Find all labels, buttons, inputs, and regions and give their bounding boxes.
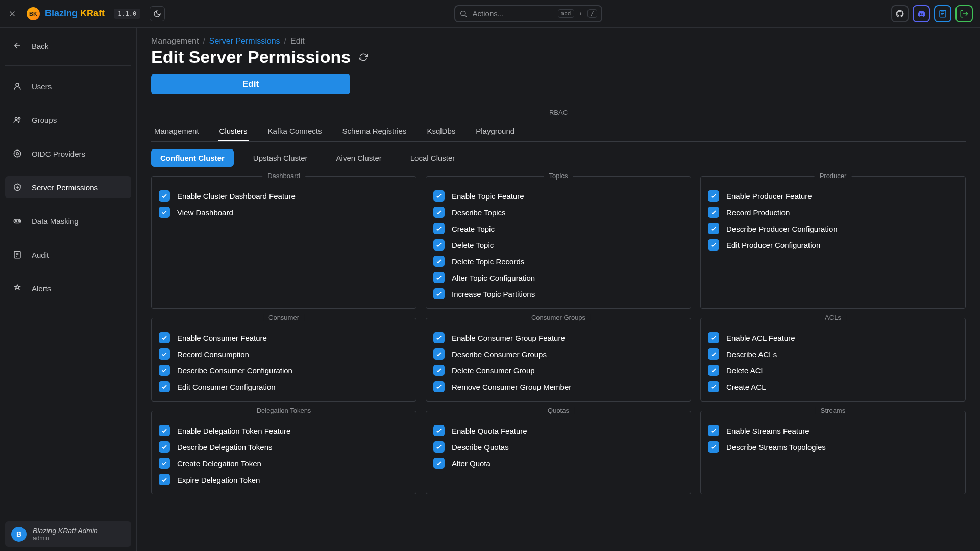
tab-clusters[interactable]: Clusters (218, 121, 249, 141)
sidebar-item-data-masking[interactable]: Data Masking (5, 210, 131, 232)
checkbox[interactable] (433, 365, 445, 376)
svg-point-2 (16, 83, 19, 86)
sidebar-item-alerts[interactable]: Alerts (5, 277, 131, 299)
breadcrumb-management[interactable]: Management (151, 37, 199, 46)
tab-ksqldbs[interactable]: KsqlDbs (426, 121, 456, 141)
checkbox[interactable] (159, 458, 170, 469)
permission-row: Increase Topic Partitions (433, 286, 683, 302)
search-input[interactable]: Actions... mod + / (454, 5, 602, 22)
subtab-local-cluster[interactable]: Local Cluster (401, 149, 464, 167)
permission-row: Enable Consumer Feature (159, 330, 409, 346)
checkbox[interactable] (433, 207, 445, 218)
rbac-header: RBAC (151, 109, 966, 116)
edit-button[interactable]: Edit (151, 74, 350, 94)
checkbox[interactable] (433, 272, 445, 283)
permission-label: Describe Topics (452, 208, 506, 217)
subtab-confluent-cluster[interactable]: Confluent Cluster (151, 149, 234, 167)
permission-label: Edit Producer Configuration (726, 241, 820, 249)
documentation-icon[interactable] (934, 5, 951, 22)
svg-point-5 (16, 153, 19, 155)
checkbox[interactable] (708, 332, 719, 343)
card-consumer-groups: Consumer GroupsEnable Consumer Group Fea… (426, 318, 691, 402)
tab-schema-registries[interactable]: Schema Registries (341, 121, 407, 141)
checkbox[interactable] (159, 332, 170, 343)
checkbox[interactable] (708, 425, 719, 436)
permission-label: Describe Quotas (452, 443, 509, 452)
checkbox[interactable] (159, 381, 170, 392)
checkbox[interactable] (708, 441, 719, 453)
checkbox[interactable] (708, 223, 719, 234)
tab-playground[interactable]: Playground (475, 121, 516, 141)
sidebar-item-label: Groups (32, 116, 57, 124)
checkbox[interactable] (159, 441, 170, 453)
checkbox[interactable] (159, 190, 170, 202)
card-topics: TopicsEnable Topic FeatureDescribe Topic… (426, 176, 691, 309)
checkbox[interactable] (708, 365, 719, 376)
theme-toggle-button[interactable] (150, 6, 165, 21)
checkbox[interactable] (708, 207, 719, 218)
permission-label: Edit Consumer Configuration (177, 383, 276, 391)
permission-row: View Dashboard (159, 204, 409, 220)
permission-label: Delete Consumer Group (452, 366, 535, 375)
permission-label: Alter Quota (452, 459, 491, 468)
permission-row: Describe Delegation Tokens (159, 439, 409, 455)
checkbox[interactable] (433, 332, 445, 343)
permission-label: Create Delegation Token (177, 459, 261, 468)
permission-row: Describe Producer Configuration (708, 220, 958, 237)
tab-management[interactable]: Management (153, 121, 200, 141)
search-icon (459, 10, 468, 18)
sidebar-item-oidc-providers[interactable]: OIDC Providers (5, 142, 131, 165)
user-footer[interactable]: B Blazing KRaft Admin admin (5, 521, 131, 547)
svg-point-4 (18, 117, 20, 119)
permission-row: Expire Delegation Token (159, 471, 409, 488)
checkbox[interactable] (433, 381, 445, 392)
permission-row: Describe Consumer Configuration (159, 362, 409, 379)
checkbox[interactable] (159, 207, 170, 218)
checkbox[interactable] (708, 348, 719, 360)
permission-label: Create ACL (726, 383, 766, 391)
github-icon[interactable] (891, 5, 909, 22)
sidebar-item-server-permissions[interactable]: Server Permissions (5, 176, 131, 198)
permission-label: Enable Consumer Feature (177, 334, 267, 342)
checkbox[interactable] (159, 425, 170, 436)
checkbox[interactable] (159, 348, 170, 360)
checkbox[interactable] (433, 458, 445, 469)
breadcrumb-server-permissions[interactable]: Server Permissions (209, 37, 280, 46)
main-content: Management / Server Permissions / Edit E… (137, 28, 980, 551)
checkbox[interactable] (433, 223, 445, 234)
permission-label: Describe Producer Configuration (726, 224, 838, 233)
brand[interactable]: BK Blazing KRaft (27, 7, 105, 20)
checkbox[interactable] (159, 365, 170, 376)
checkbox[interactable] (708, 381, 719, 392)
checkbox[interactable] (708, 190, 719, 202)
card-title: Delegation Tokens (252, 407, 316, 414)
permission-label: Create Topic (452, 224, 495, 233)
nav-icon (12, 115, 22, 125)
permission-label: Delete ACL (726, 366, 765, 375)
checkbox[interactable] (433, 288, 445, 299)
sidebar-item-groups[interactable]: Groups (5, 109, 131, 131)
tab-kafka-connects[interactable]: Kafka Connects (267, 121, 323, 141)
checkbox[interactable] (433, 441, 445, 453)
sidebar-back[interactable]: Back (5, 32, 131, 60)
subtab-upstash-cluster[interactable]: Upstash Cluster (244, 149, 317, 167)
refresh-icon[interactable] (359, 53, 368, 62)
checkbox[interactable] (708, 239, 719, 251)
kbd-mod: mod (558, 9, 574, 18)
checkbox[interactable] (159, 474, 170, 485)
checkbox[interactable] (433, 239, 445, 251)
checkbox[interactable] (433, 425, 445, 436)
checkbox[interactable] (433, 348, 445, 360)
logout-icon[interactable] (955, 5, 973, 22)
permission-label: Remove Consumer Group Member (452, 383, 571, 391)
sidebar-item-users[interactable]: Users (5, 75, 131, 97)
brand-logo-icon: BK (27, 7, 40, 20)
version-badge: 1.1.0 (114, 9, 140, 19)
discord-icon[interactable] (913, 5, 930, 22)
subtab-aiven-cluster[interactable]: Aiven Cluster (327, 149, 391, 167)
permission-label: Expire Delegation Token (177, 475, 260, 484)
checkbox[interactable] (433, 256, 445, 267)
close-icon[interactable] (7, 9, 17, 19)
sidebar-item-audit[interactable]: Audit (5, 243, 131, 266)
checkbox[interactable] (433, 190, 445, 202)
